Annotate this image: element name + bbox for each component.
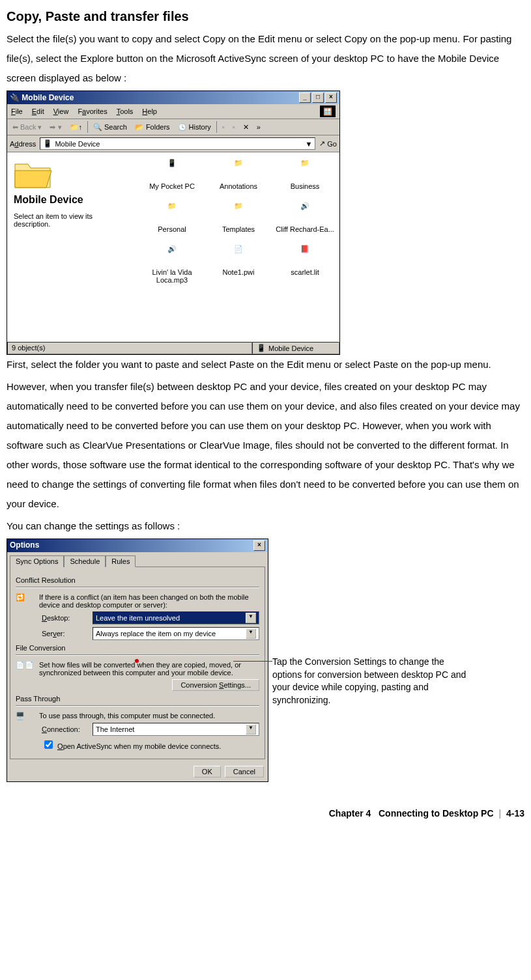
device-icon: 📱 — [43, 139, 52, 148]
cancel-button[interactable]: Cancel — [225, 766, 264, 777]
options-close-button[interactable]: × — [253, 540, 265, 551]
server-combo[interactable]: Always replace the item on my device ▼ — [93, 627, 259, 640]
history-button[interactable]: 🕓History — [175, 122, 214, 133]
paragraph-change-settings: You can change the settings as follows : — [7, 516, 524, 536]
paragraph-convert: However, when you transfer file(s) betwe… — [7, 377, 524, 514]
icon-templates[interactable]: 📁 Templates — [207, 202, 270, 233]
ok-button[interactable]: OK — [194, 766, 221, 777]
open-activesync-checkbox[interactable]: Open ActiveSync when my mobile device co… — [42, 738, 221, 751]
tab-schedule[interactable]: Schedule — [64, 555, 106, 567]
toolbar: ⬅ Back ▾ ➡ ▾ 📁↑ 🔍Search 📂Folders 🕓Histor… — [7, 119, 339, 135]
options-title-text: Options — [10, 540, 39, 551]
close-button[interactable]: × — [325, 92, 337, 103]
conflict-icon: 🔁 — [16, 593, 34, 602]
icon-business[interactable]: 📁 Business — [273, 159, 337, 190]
address-input[interactable]: 📱 Mobile Device ▼ — [40, 137, 315, 150]
folder-icon: 📁 — [228, 202, 249, 223]
maximize-button[interactable]: □ — [312, 92, 324, 103]
file-conversion-icon: 📄📄 — [16, 661, 34, 669]
menu-edit[interactable]: Edit — [32, 107, 44, 115]
folders-button[interactable]: 📂Folders — [132, 122, 173, 133]
status-object-count: 9 object(s) — [7, 342, 252, 354]
folder-icon: 📁 — [162, 202, 182, 223]
paragraph-paste: First, select the folder you want to pas… — [7, 355, 524, 374]
search-button[interactable]: 🔍Search — [91, 122, 130, 133]
status-location: 📱 Mobile Device — [252, 342, 339, 354]
icon-note1[interactable]: 📄 Note1.pwi — [207, 245, 270, 284]
menu-view[interactable]: View — [53, 107, 69, 115]
server-label: Server: — [42, 630, 87, 637]
icon-cliff-rechard[interactable]: 🔊 Cliff Rechard-Ea... — [273, 202, 337, 233]
tab-sync-options[interactable]: Sync Options — [10, 555, 64, 567]
paragraph-intro: Select the file(s) you want to copy and … — [7, 29, 524, 88]
windows-logo-icon: 🪟 — [320, 105, 336, 117]
big-folder-icon — [14, 159, 53, 190]
pda-icon: 📱 — [162, 159, 182, 180]
side-panel-title: Mobile Device — [14, 194, 131, 206]
dropdown-icon[interactable]: ▼ — [305, 140, 312, 148]
footer-chapter: Chapter 4 — [329, 808, 371, 819]
callout-dot-icon — [135, 659, 139, 663]
desktop-label: Desktop: — [42, 614, 87, 622]
page-heading: Copy, Paste and transfer files — [7, 9, 524, 24]
delete-icon[interactable]: ✕ — [240, 122, 251, 133]
menu-help[interactable]: Help — [142, 107, 157, 115]
conversion-settings-button[interactable]: Conversion Settings... — [172, 679, 259, 691]
more-icon[interactable]: » — [254, 122, 263, 132]
file-conversion-label: File Conversion — [16, 644, 259, 652]
connection-label: Connection: — [42, 725, 87, 733]
dropdown-arrow-icon: ▼ — [246, 724, 256, 735]
copy-to-icon[interactable]: ▫ — [230, 122, 238, 132]
icon-annotations[interactable]: 📁 Annotations — [207, 159, 270, 190]
side-panel-text: Select an item to view its description. — [14, 212, 131, 228]
audio-file-icon: 🔊 — [294, 202, 315, 223]
pass-through-text: To use pass through, this computer must … — [39, 712, 259, 720]
conflict-resolution-label: Conflict Resolution — [16, 576, 259, 584]
menubar: File Edit View Favorites Tools Help 🪟 — [7, 104, 339, 119]
icon-livin-la-vida[interactable]: 🔊 Livin' la Vida Loca.mp3 — [140, 245, 204, 284]
icon-personal[interactable]: 📁 Personal — [140, 202, 204, 233]
folder-icon: 📁 — [228, 159, 249, 180]
address-bar: Address 📱 Mobile Device ▼ ↗Go — [7, 135, 339, 152]
icon-my-pocket-pc[interactable]: 📱 My Pocket PC — [140, 159, 204, 190]
callout-text: Tap the Conversion Settings to change th… — [272, 656, 468, 707]
file-conversion-text: Set how files will be converted when the… — [39, 661, 259, 677]
footer-page: 4-13 — [506, 808, 524, 819]
page-footer: Chapter 4 Connecting to Desktop PC | 4-1… — [7, 808, 524, 819]
options-titlebar: Options × — [7, 539, 268, 552]
explorer-window: 🔌 Mobile Device _ □ × File Edit View Fav… — [7, 91, 340, 355]
pass-through-label: Pass Through — [16, 695, 259, 703]
up-button[interactable]: 📁↑ — [67, 122, 85, 133]
dropdown-arrow-icon: ▼ — [246, 613, 256, 623]
menu-favorites[interactable]: Favorites — [78, 107, 107, 115]
folder-icon: 📁 — [294, 159, 315, 180]
dropdown-arrow-icon: ▼ — [246, 628, 256, 639]
footer-title: Connecting to Desktop PC — [379, 808, 494, 819]
back-button[interactable]: ⬅ Back ▾ — [10, 122, 44, 133]
pass-through-icon: 🖥️ — [16, 712, 34, 720]
desktop-combo[interactable]: Leave the item unresolved ▼ — [93, 611, 259, 624]
address-value: Mobile Device — [55, 140, 100, 148]
note-file-icon: 📄 — [228, 245, 249, 266]
connection-combo[interactable]: The Internet ▼ — [93, 723, 259, 736]
status-bar: 9 object(s) 📱 Mobile Device — [7, 341, 339, 354]
callout-line — [233, 661, 272, 662]
lit-file-icon: 📕 — [294, 245, 315, 266]
forward-button[interactable]: ➡ ▾ — [47, 122, 64, 133]
side-panel: Mobile Device Select an item to view its… — [7, 152, 137, 341]
audio-file-icon: 🔊 — [162, 245, 182, 266]
tab-body-rules: Conflict Resolution 🔁 If there is a conf… — [10, 567, 265, 759]
icon-grid: 📱 My Pocket PC 📁 Annotations 📁 Business … — [137, 152, 339, 341]
menu-file[interactable]: File — [11, 107, 23, 115]
tab-strip: Sync Options Schedule Rules — [7, 552, 268, 567]
conflict-text: If there is a conflict (an item has been… — [39, 593, 259, 609]
menu-tools[interactable]: Tools — [117, 107, 134, 115]
go-button[interactable]: ↗Go — [319, 139, 337, 148]
window-title-text: Mobile Device — [22, 93, 74, 102]
tab-rules[interactable]: Rules — [106, 555, 136, 567]
window-titlebar: 🔌 Mobile Device _ □ × — [7, 91, 339, 104]
move-to-icon[interactable]: ▫ — [220, 122, 227, 132]
icon-scarlet[interactable]: 📕 scarlet.lit — [273, 245, 337, 284]
address-label: Address — [10, 140, 36, 148]
minimize-button[interactable]: _ — [299, 92, 311, 103]
